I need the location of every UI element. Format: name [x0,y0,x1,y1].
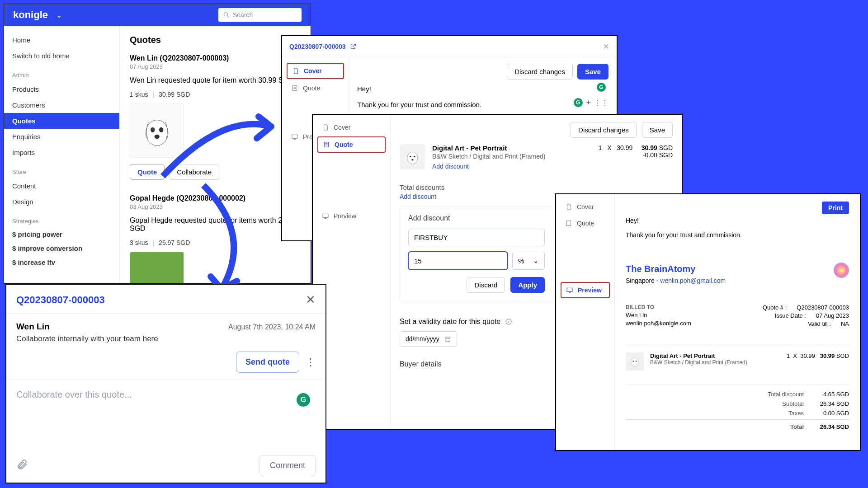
print-button[interactable]: Print [822,202,849,214]
sidebar-item-imports[interactable]: Imports [4,145,119,160]
editor-leftnav: Cover Quote Preview [556,194,615,450]
svg-point-17 [410,155,411,157]
plus-icon[interactable]: + [586,99,590,107]
sidebar-item-design[interactable]: Design [4,194,119,210]
monitor-icon [566,286,573,294]
billed-to-label: BILLED TO [626,304,691,310]
nav-preview[interactable]: Preview [561,282,610,298]
svg-point-3 [151,127,155,132]
dog-sketch-icon [627,354,642,369]
dog-sketch-icon [136,109,178,152]
validity-date-input[interactable]: dd/mm/yyyy [400,331,457,347]
svg-rect-26 [567,288,572,291]
collaborate-button[interactable]: Collaborate [169,164,219,180]
quote-no-label: Quote # : [763,304,787,311]
sidebar-item-customers[interactable]: Customers [4,97,119,113]
company-location: Singapore - [626,277,658,284]
nav-cover[interactable]: Cover [317,120,386,135]
svg-rect-11 [324,142,328,147]
quote-button[interactable]: Quote [130,164,165,180]
discount-apply-button[interactable]: Apply [510,277,545,293]
timestamp: August 7th 2023, 10:24 AM [228,323,316,331]
billed-to-name: Wen Lin [626,312,691,319]
grammarly-icon[interactable]: G [597,83,606,92]
quote-title: Wen Lin (Q20230807-000003) [130,54,301,62]
item-discount-line: -0.00 SGD [599,151,673,159]
preview-greeting: Hey! [626,217,849,224]
sidebar-item-content[interactable]: Content [4,178,119,194]
discount-code-input[interactable] [408,229,545,246]
svg-rect-25 [566,221,571,226]
sidebar-strategy-conversion[interactable]: improve conversion [4,241,119,255]
svg-point-29 [633,361,634,362]
nav-quote[interactable]: Quote [561,216,610,230]
validity-text: Set a validity date for this quote [400,318,500,326]
sidebar-strategy-pricing[interactable]: pricing power [4,227,119,241]
nav-cover[interactable]: Cover [561,200,610,214]
grammarly-icon[interactable]: G [574,98,583,107]
grammarly-icon[interactable]: G [297,393,310,407]
svg-rect-6 [292,86,297,91]
kebab-menu-icon[interactable]: ⋮ [306,357,316,368]
discard-button[interactable]: Discard changes [507,64,573,80]
svg-point-0 [224,13,228,16]
save-button[interactable]: Save [577,64,609,80]
line-item: Digital Art - Pet Portrait B&W Sketch / … [400,144,673,170]
editor-inline-toolbar[interactable]: G + ⋮⋮ [574,98,609,107]
sidebar-strategy-ltv[interactable]: increase ltv [4,255,119,269]
item-subtotal: 30.99 [820,352,835,359]
quote-icon [323,141,330,148]
svg-rect-23 [445,337,450,341]
collaborate-modal: Q20230807-000003 ✕ Wen Lin August 7th 20… [5,284,326,483]
sidebar-item-enquiries[interactable]: Enquiries [4,129,119,145]
sidebar-item-switch[interactable]: Switch to old home [4,48,119,64]
sidebar-item-quotes[interactable]: Quotes [4,113,119,129]
nav-quote[interactable]: Quote [317,136,386,153]
item-name: Digital Art - Pet Portrait [650,352,747,359]
quote-meta: 1 skus|30.99 SGD [130,91,301,98]
discount-value-input[interactable] [408,252,508,270]
brand-chevron-icon[interactable]: ⌄ [56,11,62,19]
quote-amount: 30.99 SGD [159,91,190,98]
compose-box[interactable]: Collaborate over this quote... G [6,380,326,410]
quote-id-link[interactable]: Q20230807-000003 [289,43,357,50]
company-email-link[interactable]: wenlin.poh@gmail.com [660,277,726,284]
total-discount-label: Total discount [750,391,804,398]
discard-button[interactable]: Discard changes [571,122,637,138]
quote-desc: Gopal Hegde requested quote for items wo… [130,216,301,233]
close-icon[interactable]: ✕ [306,293,316,307]
nav-quote[interactable]: Quote [287,81,344,95]
save-button[interactable]: Save [642,122,673,138]
item-name: Digital Art - Pet Portrait [432,144,546,152]
quote-id-link[interactable]: Q20230807-000003 [16,294,105,306]
nav-preview[interactable]: Preview [317,209,386,223]
discount-discard-button[interactable]: Discard [467,277,505,293]
close-icon[interactable]: ✕ [603,42,609,52]
item-qty: 1 [787,352,790,359]
sidebar: Home Switch to old home Admin Products C… [4,26,120,283]
comment-button[interactable]: Comment [259,455,316,476]
cover-text-line1[interactable]: Hey! [357,85,609,93]
sidebar-item-products[interactable]: Products [4,81,119,97]
sidebar-item-home[interactable]: Home [4,32,119,48]
quote-desc: Wen Lin requested quote for item worth 3… [130,76,301,84]
nav-cover[interactable]: Cover [287,63,344,79]
issue-date: 07 Aug 2023 [816,312,849,319]
item-thumbnail [626,352,644,371]
cover-text-line2[interactable]: Thank you for your trust and commission. [357,101,609,108]
send-quote-button[interactable]: Send quote [236,352,299,373]
search-icon [223,11,230,19]
discount-unit-select[interactable]: % ⌄ [512,252,545,270]
quote-id-text: Q20230807-000003 [289,43,346,50]
nav-label: Quote [335,141,353,148]
document-icon [322,124,329,131]
add-discount-link[interactable]: Add discount [432,163,546,170]
attachment-icon[interactable] [16,459,28,473]
search-input[interactable]: Search [218,8,302,22]
brand-logo: konigle [13,9,48,21]
drag-handle-icon[interactable]: ⋮⋮ [594,99,609,107]
subtotal: 26.34 [820,400,835,407]
svg-point-18 [414,155,415,157]
quote-thumbnail [130,252,184,283]
info-icon[interactable] [505,318,512,325]
